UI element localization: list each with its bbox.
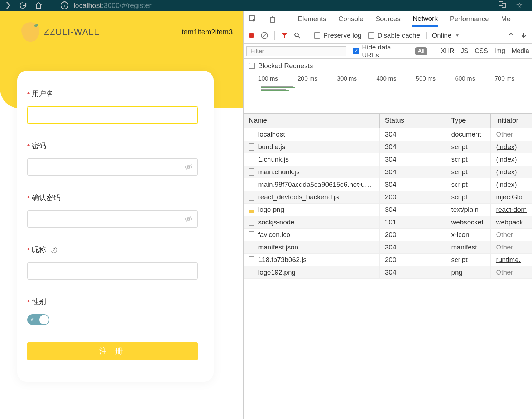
request-status: 304 (380, 178, 446, 191)
username-input[interactable] (27, 106, 198, 124)
request-name: bundle.js (258, 143, 285, 151)
translate-icon[interactable] (499, 1, 507, 10)
request-status: 304 (380, 266, 446, 278)
password-input[interactable] (27, 158, 198, 176)
reload-icon[interactable] (19, 1, 27, 9)
col-name[interactable]: Name (244, 114, 380, 128)
eye-off-icon[interactable] (184, 215, 192, 223)
forward-icon[interactable] (5, 1, 11, 9)
request-type: script (446, 191, 491, 203)
request-initiator[interactable]: injectGlo (496, 193, 522, 201)
upload-icon[interactable] (508, 32, 514, 39)
filter-input[interactable]: Filter (246, 46, 346, 56)
table-row[interactable]: 118.fb73b062.js200scriptruntime. (244, 254, 532, 266)
help-icon[interactable]: ? (51, 247, 57, 253)
tab-elements[interactable]: Elements (297, 11, 327, 27)
device-toggle-icon[interactable] (267, 15, 275, 23)
filter-xhr[interactable]: XHR (441, 47, 454, 55)
table-row[interactable]: manifest.json304manifestOther (244, 241, 532, 254)
devtools-tab-bar: Elements Console Sources Network Perform… (244, 11, 532, 27)
request-type: png (446, 266, 491, 278)
table-row[interactable]: logo.png304text/plainreact-dom (244, 204, 532, 216)
tab-console[interactable]: Console (338, 11, 364, 27)
table-row[interactable]: bundle.js304script(index) (244, 141, 532, 153)
inspect-icon[interactable] (249, 15, 257, 23)
tab-performance[interactable]: Performance (449, 11, 490, 27)
filter-css[interactable]: CSS (475, 47, 488, 55)
request-initiator[interactable]: (index) (496, 181, 517, 189)
table-row[interactable]: react_devtools_backend.js200scriptinject… (244, 191, 532, 204)
table-row[interactable]: favicon.ico200x-iconOther (244, 229, 532, 241)
register-button[interactable]: 注 册 (27, 342, 198, 360)
clear-button[interactable] (261, 32, 268, 39)
table-row[interactable]: localhost304documentOther (244, 128, 532, 141)
hide-data-urls-checkbox[interactable]: Hide data URLs (353, 43, 408, 59)
request-initiator[interactable]: runtime. (496, 256, 521, 264)
url-bar[interactable]: localhost:3000/#/register (73, 1, 152, 10)
timeline-tick: 500 ms (416, 75, 436, 82)
site-info-icon[interactable]: i (61, 1, 68, 9)
svg-line-5 (186, 216, 192, 222)
request-initiator[interactable]: (index) (496, 156, 517, 163)
file-icon (249, 156, 254, 163)
confirm-password-input[interactable] (27, 210, 198, 228)
blocked-requests-checkbox[interactable]: Blocked Requests (249, 62, 313, 70)
gender-toggle[interactable]: ♂ (27, 314, 49, 325)
request-initiator[interactable]: (index) (496, 143, 517, 151)
network-timeline[interactable]: 100 ms200 ms300 ms400 ms500 ms600 ms700 … (244, 73, 532, 113)
col-type[interactable]: Type (446, 114, 491, 128)
col-initiator[interactable]: Initiator (491, 114, 532, 128)
request-initiator: Other (496, 243, 513, 251)
network-toolbar: Preserve log Disable cache Online ▼ (244, 27, 532, 44)
request-initiator[interactable]: react-dom (496, 206, 527, 214)
throttle-select[interactable]: Online ▼ (426, 32, 459, 39)
table-row[interactable]: logo192.png304pngOther (244, 266, 532, 279)
tab-network[interactable]: Network (412, 11, 438, 27)
request-name: 1.chunk.js (258, 156, 289, 163)
table-row[interactable]: 1.chunk.js304script(index) (244, 153, 532, 166)
record-button[interactable] (249, 33, 254, 38)
request-name: sockjs-node (258, 218, 294, 226)
eye-off-icon[interactable] (184, 163, 192, 171)
table-row[interactable]: sockjs-node101websocketwebpack (244, 216, 532, 229)
table-row[interactable]: main.98f70acdda5ca90615c6.hot-u…304scrip… (244, 178, 532, 191)
male-icon: ♂ (30, 316, 34, 323)
request-status: 304 (380, 204, 446, 216)
filter-all[interactable]: All (415, 47, 427, 55)
request-type: script (446, 254, 491, 266)
request-type: document (446, 128, 491, 141)
bookmark-icon[interactable]: ☆ (516, 1, 523, 10)
request-status: 304 (380, 166, 446, 178)
filter-bar: Filter Hide data URLs All XHR JS CSS Img… (244, 44, 532, 59)
svg-rect-1 (502, 3, 506, 7)
download-icon[interactable] (521, 32, 527, 39)
filter-media[interactable]: Media (512, 47, 529, 55)
nickname-input[interactable] (27, 262, 198, 280)
app-title: ZZULI-WALL (44, 27, 99, 37)
filter-toggle-icon[interactable] (281, 32, 288, 39)
tab-more[interactable]: Me (500, 11, 511, 27)
file-icon (249, 181, 254, 188)
request-name: favicon.ico (258, 231, 290, 239)
file-icon (249, 194, 254, 201)
request-initiator: Other (496, 268, 513, 276)
timeline-tick: 400 ms (376, 75, 396, 82)
app-logo[interactable] (21, 22, 39, 42)
request-initiator[interactable]: webpack (496, 218, 523, 226)
home-icon[interactable] (35, 1, 43, 9)
request-initiator[interactable]: (index) (496, 168, 517, 176)
nav-items[interactable]: item1item2item3 (180, 28, 233, 36)
request-type: manifest (446, 241, 491, 253)
preserve-log-checkbox[interactable]: Preserve log (314, 32, 361, 39)
request-name: logo.png (258, 206, 284, 214)
tab-sources[interactable]: Sources (375, 11, 401, 27)
col-status[interactable]: Status (380, 114, 446, 128)
request-status: 200 (380, 254, 446, 266)
filter-img[interactable]: Img (494, 47, 505, 55)
file-icon (249, 256, 254, 263)
webpage: ZZULI-WALL item1item2item3 *用户名 *密码 *确认密… (0, 11, 243, 419)
search-icon[interactable] (294, 32, 301, 39)
filter-js[interactable]: JS (461, 47, 468, 55)
table-row[interactable]: main.chunk.js304script(index) (244, 166, 532, 178)
disable-cache-checkbox[interactable]: Disable cache (368, 32, 420, 39)
